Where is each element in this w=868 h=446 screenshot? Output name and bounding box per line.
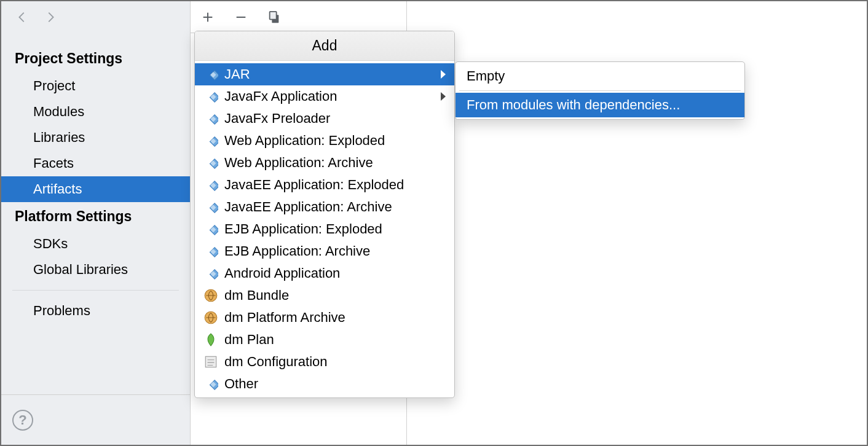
jar-submenu: Empty From modules with dependencies...	[455, 61, 745, 120]
sidebar-heading-project-settings: Project Settings	[1, 44, 190, 73]
diamond-g-icon	[203, 133, 218, 148]
copy-button[interactable]	[266, 9, 283, 26]
add-menu-item-label: Web Application: Exploded	[224, 133, 385, 149]
add-menu-item-label: EJB Application: Exploded	[224, 221, 382, 237]
add-menu-item-label: dm Plan	[224, 332, 274, 348]
bundle-icon	[203, 288, 218, 303]
help-icon[interactable]: ?	[12, 410, 33, 431]
sidebar-footer: ?	[1, 394, 190, 445]
submenu-item-empty[interactable]: Empty	[456, 64, 744, 88]
add-menu-item-jar[interactable]: JAR	[195, 63, 454, 85]
add-menu-item-label: Web Application: Archive	[224, 155, 373, 171]
diamond-e-icon	[203, 178, 218, 192]
artifact-toolbar	[191, 1, 406, 33]
add-menu-item-label: JAR	[224, 66, 250, 82]
chevron-right-icon	[441, 92, 446, 101]
add-menu-item-label: JavaEE Application: Exploded	[224, 177, 404, 193]
sidebar-item-problems[interactable]: Problems	[1, 298, 190, 324]
config-icon	[203, 354, 218, 369]
plan-icon	[203, 332, 218, 347]
add-menu-item-javaee-application-archive[interactable]: JavaEE Application: Archive	[195, 196, 454, 218]
add-menu-item-label: dm Configuration	[224, 354, 328, 370]
add-button[interactable]	[199, 9, 216, 26]
main-area: Project Settings Project Modules Librari…	[1, 1, 867, 445]
diamond-e-icon	[203, 200, 218, 214]
remove-button[interactable]	[232, 9, 250, 26]
add-menu-item-label: JavaFx Preloader	[224, 111, 330, 127]
add-artifact-menu-title: Add	[195, 31, 454, 61]
add-menu-item-label: Other	[224, 376, 258, 392]
submenu-item-from-modules[interactable]: From modules with dependencies...	[456, 93, 744, 117]
sidebar-heading-platform-settings: Platform Settings	[1, 202, 190, 231]
add-menu-item-javaee-application-exploded[interactable]: JavaEE Application: Exploded	[195, 174, 454, 196]
diamond-icon	[203, 244, 218, 259]
diamond-icon	[203, 222, 218, 237]
forward-icon[interactable]	[42, 9, 59, 26]
add-menu-item-dm-plan[interactable]: dm Plan	[195, 329, 454, 351]
diamond-g-icon	[203, 155, 218, 170]
add-menu-item-dm-configuration[interactable]: dm Configuration	[195, 351, 454, 373]
add-menu-item-android-application[interactable]: Android Application	[195, 262, 454, 284]
diamond-icon	[203, 89, 218, 104]
submenu-separator	[459, 90, 741, 91]
add-artifact-menu-list: JARJavaFx ApplicationJavaFx PreloaderWeb…	[195, 61, 454, 397]
sidebar-item-global-libraries[interactable]: Global Libraries	[1, 257, 190, 283]
add-artifact-menu: Add JARJavaFx ApplicationJavaFx Preloade…	[194, 31, 455, 398]
add-menu-item-ejb-application-archive[interactable]: EJB Application: Archive	[195, 240, 454, 262]
add-menu-item-label: dm Platform Archive	[224, 310, 345, 326]
add-menu-item-dm-bundle[interactable]: dm Bundle	[195, 284, 454, 307]
chevron-right-icon	[441, 70, 446, 79]
svg-rect-4	[270, 11, 277, 19]
sidebar-item-modules[interactable]: Modules	[1, 99, 190, 125]
project-structure-window: Project Settings Project Modules Librari…	[0, 0, 868, 446]
sidebar-nav	[1, 1, 190, 33]
add-menu-item-other[interactable]: Other	[195, 373, 454, 395]
add-menu-item-web-application-archive[interactable]: Web Application: Archive	[195, 152, 454, 174]
add-menu-item-label: EJB Application: Archive	[224, 243, 370, 259]
diamond-icon	[203, 67, 218, 82]
add-menu-item-javafx-preloader[interactable]: JavaFx Preloader	[195, 108, 454, 130]
add-menu-item-dm-platform-archive[interactable]: dm Platform Archive	[195, 307, 454, 329]
bundle-icon	[203, 310, 218, 325]
sidebar-item-libraries[interactable]: Libraries	[1, 125, 190, 151]
add-menu-item-ejb-application-exploded[interactable]: EJB Application: Exploded	[195, 218, 454, 240]
add-menu-item-label: Android Application	[224, 265, 340, 281]
add-menu-item-javafx-application[interactable]: JavaFx Application	[195, 85, 454, 108]
sidebar-item-artifacts[interactable]: Artifacts	[1, 176, 190, 202]
diamond-icon	[203, 266, 218, 281]
add-menu-item-web-application-exploded[interactable]: Web Application: Exploded	[195, 130, 454, 152]
sidebar-divider	[12, 290, 179, 291]
back-icon[interactable]	[14, 9, 31, 26]
add-menu-item-label: JavaFx Application	[224, 88, 337, 104]
sidebar-list: Project Settings Project Modules Librari…	[1, 33, 190, 394]
add-menu-item-label: dm Bundle	[224, 288, 289, 303]
sidebar-item-facets[interactable]: Facets	[1, 151, 190, 176]
sidebar: Project Settings Project Modules Librari…	[1, 1, 191, 445]
diamond-icon	[203, 377, 218, 391]
sidebar-item-sdks[interactable]: SDKs	[1, 231, 190, 257]
diamond-icon	[203, 111, 218, 126]
sidebar-item-project[interactable]: Project	[1, 73, 190, 99]
add-menu-item-label: JavaEE Application: Archive	[224, 199, 392, 215]
